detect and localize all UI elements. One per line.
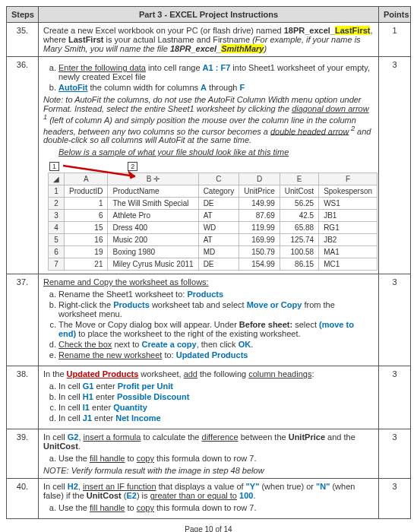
- step-points: 3: [379, 274, 411, 366]
- step-points: 3: [379, 479, 411, 519]
- excel-sample: 1 2 ◢ A B ✛ C D E F: [48, 161, 374, 271]
- step-points: 3: [379, 57, 411, 274]
- step-body: Rename and Copy the worksheet as follows…: [39, 274, 379, 366]
- step-points: 3: [379, 366, 411, 429]
- step-number: 39.: [7, 429, 39, 479]
- step-row: 40. In cell H2, insert an IF function th…: [7, 479, 411, 519]
- header-part: Part 3 - EXCEL Project Instructions: [39, 7, 379, 23]
- step-row: 37. Rename and Copy the worksheet as fol…: [7, 274, 411, 366]
- step-body: In cell G2, insert a formula to calculat…: [39, 429, 379, 479]
- step-body: In the Updated Products worksheet, add t…: [39, 366, 379, 429]
- svg-line-0: [63, 166, 135, 176]
- step-row: 36. Enter the following data into cell r…: [7, 57, 411, 274]
- resize-cursor-icon: ✛: [153, 175, 160, 183]
- step-number: 35.: [7, 23, 39, 57]
- step-body: Enter the following data into cell range…: [39, 57, 379, 274]
- step-number: 36.: [7, 57, 39, 274]
- step-points: 3: [379, 429, 411, 479]
- step-row: 39. In cell G2, insert a formula to calc…: [7, 429, 411, 479]
- step-body: In cell H2, insert an IF function that d…: [39, 479, 379, 519]
- step-number: 40.: [7, 479, 39, 519]
- step-body: Create a new Excel workbook on your PC (…: [39, 23, 379, 57]
- step-points: 1: [379, 23, 411, 57]
- header-steps: Steps: [7, 7, 39, 23]
- header-points: Points: [379, 7, 411, 23]
- step-row: 38. In the Updated Products worksheet, a…: [7, 366, 411, 429]
- red-arrow-icon: [63, 163, 147, 181]
- page-footer: Page 10 of 14: [6, 525, 411, 532]
- instructions-table: Steps Part 3 - EXCEL Project Instruction…: [6, 6, 411, 519]
- callout-1: 1: [49, 162, 59, 171]
- step-number: 37.: [7, 274, 39, 366]
- step-row: 35. Create a new Excel workbook on your …: [7, 23, 411, 57]
- svg-marker-1: [128, 171, 135, 179]
- step-number: 38.: [7, 366, 39, 429]
